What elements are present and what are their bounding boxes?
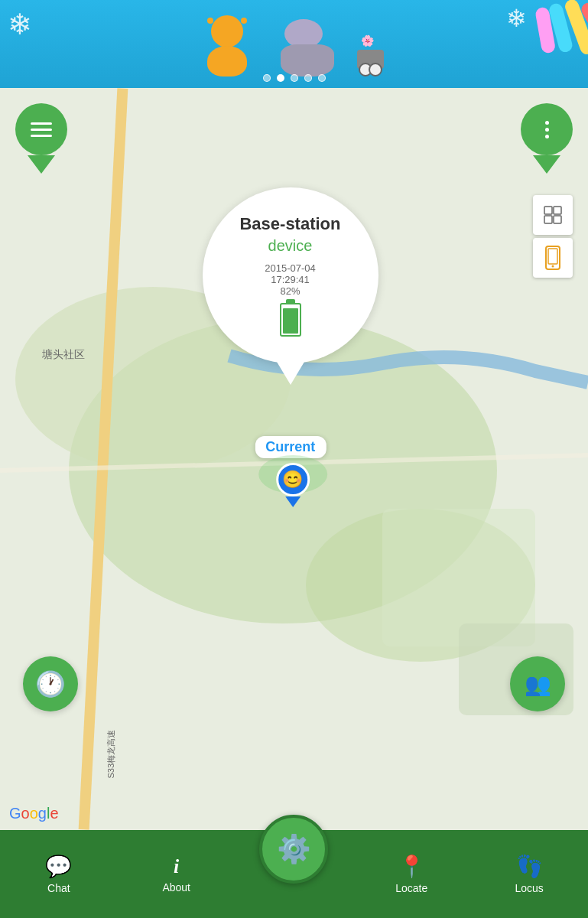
location-pin: 😊 <box>258 455 327 504</box>
info-popup: Base-station device 2015-07-04 17:29:41 … <box>203 187 386 363</box>
banner-dot-3[interactable] <box>291 74 298 82</box>
nav-center-wrapper: ⚙️ <box>236 830 353 918</box>
settings-button[interactable]: ⚙️ <box>259 815 328 884</box>
road-label: S33梅龙高速 <box>106 730 117 779</box>
nav-item-about[interactable]: i About <box>118 830 236 918</box>
banner-characters: 🌸 <box>0 15 588 76</box>
clock-icon: 🕐 <box>35 669 66 698</box>
map-label-cn: 塘头社区 <box>42 348 85 362</box>
popup-title: Base-station <box>239 214 340 234</box>
banner-dot-2[interactable] <box>277 74 284 82</box>
popup-date: 2015-07-04 <box>265 262 316 274</box>
group-icon: 👥 <box>525 672 551 697</box>
more-icon <box>545 121 549 138</box>
banner-decoration <box>519 0 588 61</box>
nav-label-locus: Locus <box>515 882 543 894</box>
svg-rect-13 <box>548 249 557 264</box>
battery-icon <box>280 303 301 337</box>
popup-time: 17:29:41 <box>271 274 310 285</box>
about-icon: i <box>174 855 179 878</box>
banner-dot-4[interactable] <box>304 74 312 82</box>
group-button[interactable]: 👥 <box>510 656 565 711</box>
banner-dot-1[interactable] <box>263 74 271 82</box>
more-button[interactable] <box>521 103 573 171</box>
svg-rect-8 <box>544 207 552 214</box>
nav-item-chat[interactable]: 💬 Chat <box>0 830 118 918</box>
nav-label-chat: Chat <box>47 882 70 894</box>
clock-button[interactable]: 🕐 <box>23 656 78 711</box>
menu-button[interactable] <box>15 103 67 171</box>
google-logo: Google <box>9 805 59 822</box>
banner-pagination-dots <box>263 74 326 82</box>
nav-label-about: About <box>162 881 190 894</box>
bottom-nav: 💬 Chat i About ⚙️ 📍 Locate 👣 Locus <box>0 830 588 918</box>
svg-point-14 <box>552 265 554 268</box>
hamburger-icon <box>31 122 52 137</box>
layers-button[interactable] <box>533 195 573 235</box>
svg-rect-9 <box>554 207 561 214</box>
chat-icon: 💬 <box>45 854 72 879</box>
nav-item-locus[interactable]: 👣 Locus <box>470 830 588 918</box>
popup-device: device <box>268 237 313 255</box>
map-area[interactable]: Base-station device 2015-07-04 17:29:41 … <box>0 88 588 830</box>
gear-icon: ⚙️ <box>277 833 311 865</box>
nav-label-locate: Locate <box>395 882 427 894</box>
phone-view-button[interactable] <box>533 238 573 278</box>
svg-rect-11 <box>554 216 561 223</box>
nav-item-locate[interactable]: 📍 Locate <box>352 830 470 918</box>
banner: ❄ ❄ 🌸 <box>0 0 588 88</box>
popup-battery-pct: 82% <box>280 285 300 297</box>
smiley-icon: 😊 <box>282 470 303 490</box>
svg-rect-10 <box>544 216 552 223</box>
banner-dot-5[interactable] <box>318 74 326 82</box>
locus-icon: 👣 <box>516 854 543 879</box>
locate-icon: 📍 <box>398 854 425 879</box>
pin-icon: 😊 <box>276 463 310 504</box>
map-controls <box>533 195 573 278</box>
